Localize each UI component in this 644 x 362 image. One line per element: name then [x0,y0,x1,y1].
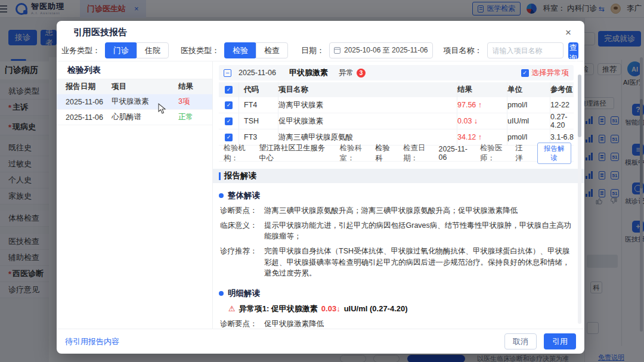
kv-label: 诊疗推荐： [220,246,264,278]
date-range-input[interactable]: 2025-10-06 至 2025-11-06 [329,42,433,58]
cell-name: 促甲状腺激素 [278,113,457,129]
dialog-body: 检验列表 报告日期 项目 结果 2025-11-06 甲状腺激素 3项 2025… [57,61,584,329]
kv-label: 诊断要点： [220,318,264,329]
exam-date-label: 检查日期： [403,143,436,163]
cell-code: TSH [239,113,278,129]
report-group-header: − 2025-11-06 甲状腺激素 异常 3 ✓ 选择异常项 [219,65,574,81]
cell-item: 心肌酶谱 [112,112,178,122]
tech-exam-option[interactable]: 检查 [256,42,288,58]
tech-type-label: 医技类型： [181,45,219,56]
cell-name: 游离甲状腺素 [278,97,457,113]
overall-interpretation-title: 整体解读 [219,190,574,201]
abnormal-item-name: 异常项1: 促甲状腺激素 [239,304,318,314]
pending-report-link[interactable]: 待引用报告内容 [65,336,119,347]
date-range-value: 2025-10-06 至 2025-11-06 [344,45,428,55]
dialog-title: 引用医技报告 [73,27,127,38]
tech-lab-option[interactable]: 检验 [224,42,256,58]
overall-treatment-recommendation: 诊疗推荐： 完善甲状腺自身抗体（TSH受体抗体、甲状腺过氧化物酶抗体、甲状腺球蛋… [219,246,574,278]
query-button[interactable]: 查询 [568,42,578,59]
cite-button[interactable]: 引用 [544,333,576,349]
org-value: 望江路社区卫生服务中心 [259,143,332,163]
col-result: 结果 [457,82,507,97]
result-row-ft4[interactable]: ✓ FT4 游离甲状腺素 97.56 ↑ pmol/l 12-22 [219,97,574,113]
table-row-cardiac-enzymes[interactable]: 2025-11-06 心肌酶谱 正常 [57,110,212,125]
select-abnormal-control[interactable]: ✓ 选择异常项 [521,68,569,78]
screen: 智医助理 A.I. Assistant 门诊医生站 × 医学检索 科室： 内科门… [0,0,644,362]
checkbox-checked-icon[interactable]: ✓ [225,101,233,109]
kv-text: 促甲状腺激素降低 [264,318,574,329]
cite-report-dialog: 引用医技报告 × 业务类型： 门诊 住院 医技类型： 检验 检查 日期： 202… [57,21,584,354]
col-code: 代码 [239,82,278,97]
col-report-date: 报告日期 [57,82,112,92]
lab-dept-label: 检验科室： [340,143,373,163]
checkbox-checked-icon[interactable]: ✓ [225,86,233,94]
interpret-report-button[interactable]: 报告解读 [537,143,571,164]
tech-type-segment: 检验 检查 [224,42,288,58]
business-inpatient-option[interactable]: 住院 [137,42,169,58]
checkbox-checked-icon[interactable]: ✓ [521,69,529,77]
project-name-input[interactable] [487,42,564,58]
section-title: 报告解读 [224,171,256,181]
section-bar [219,172,221,180]
result-row-tsh[interactable]: ✓ TSH 促甲状腺激素 0.03 ↓ uIU/ml 0.27-4.20 [219,113,574,129]
col-name: 项目名称 [278,82,457,97]
cell-code: FT4 [239,97,278,113]
project-name-label: 项目名称： [444,45,482,56]
cell-date: 2025-11-06 [57,98,112,106]
interpretation-section-header: 报告解读 [213,169,584,183]
kv-text: 提示甲状腺功能亢进，引起甲亢的病因包括Graves病、结节性毒性甲状腺肿，甲状腺… [264,220,574,242]
bullet-icon [219,291,224,296]
dialog-header: 引用医技报告 × [57,21,584,40]
checkbox-checked-icon[interactable]: ✓ [225,117,233,125]
abnormal-item-value: 0.03↓ [321,304,340,313]
dialog-footer: 待引用报告内容 取消 引用 [57,329,584,354]
business-outpatient-option[interactable]: 门诊 [105,42,137,58]
kv-text: 完善甲状腺自身抗体（TSH受体抗体、甲状腺过氧化物酶抗体、甲状腺球蛋白抗体）、甲… [264,246,574,278]
col-unit: 单位 [507,82,550,97]
col-result: 结果 [178,82,212,92]
report-panel: − 2025-11-06 甲状腺激素 异常 3 ✓ 选择异常项 ✓ 代码 项目名… [213,61,584,329]
checkbox-checked-icon[interactable]: ✓ [225,134,233,141]
overall-diagnosis-points: 诊断要点： 游离三碘甲状腺原氨酸升高；游离三碘甲状腺原氨酸升高；促甲状腺激素降低 [219,205,574,216]
col-checkbox: ✓ [219,82,239,97]
cell-item: 甲状腺激素 [112,97,178,107]
cell-range: 12-22 [550,97,574,113]
cell-result: 97.56 ↑ [457,97,507,113]
detail-title-text: 明细解读 [228,288,260,299]
calendar-icon [334,47,340,54]
org-label: 检验机构： [224,143,256,163]
cell-result: 0.03 ↓ [457,113,507,129]
mouse-cursor [158,103,166,114]
kv-label: 诊断要点： [220,205,264,216]
abnormal-label: 异常 [339,68,354,78]
select-abnormal-label: 选择异常项 [532,68,569,78]
kv-label: 临床意义： [220,220,264,242]
report-date: 2025-11-06 [239,69,276,77]
cell-unit: pmol/l [507,97,550,113]
lab-doctor-label: 检验医师： [480,143,513,163]
lab-doctor-value: 汪洋 [516,143,529,163]
overall-clinical-significance: 临床意义： 提示甲状腺功能亢进，引起甲亢的病因包括Graves病、结节性毒性甲状… [219,220,574,242]
abnormal-count-badge: 3 [357,69,366,78]
abnormal-item-1: ⚠ 异常项1: 促甲状腺激素 0.03↓ uIU/ml (0.27-4.20) [219,304,574,314]
warning-icon: ⚠ [228,304,236,313]
cell-result: 3项 [178,97,212,107]
report-name: 甲状腺激素 [289,67,328,78]
col-range: 参考值 [550,82,574,97]
date-label: 日期： [301,45,324,56]
filter-bar: 业务类型： 门诊 住院 医技类型： 检验 检查 日期： 2025-10-06 至… [57,40,584,61]
cancel-button[interactable]: 取消 [504,333,537,349]
table-row-thyroid[interactable]: 2025-11-06 甲状腺激素 3项 [57,94,212,110]
overall-title-text: 整体解读 [228,190,260,201]
detail-diagnosis-points: 诊断要点： 促甲状腺激素降低 [219,318,574,329]
collapse-icon[interactable]: − [224,69,231,77]
report-scrollbar[interactable] [578,75,581,324]
bullet-icon [219,193,224,198]
lab-list-panel: 检验列表 报告日期 项目 结果 2025-11-06 甲状腺激素 3项 2025… [57,61,213,329]
cell-date: 2025-11-06 [57,113,112,122]
lab-list-header: 报告日期 项目 结果 [57,79,212,94]
cell-range: 0.27-4.20 [550,113,574,129]
lab-dept-value: 检验科 [375,143,395,163]
close-icon[interactable]: × [565,27,571,38]
lab-list-title: 检验列表 [57,61,212,79]
